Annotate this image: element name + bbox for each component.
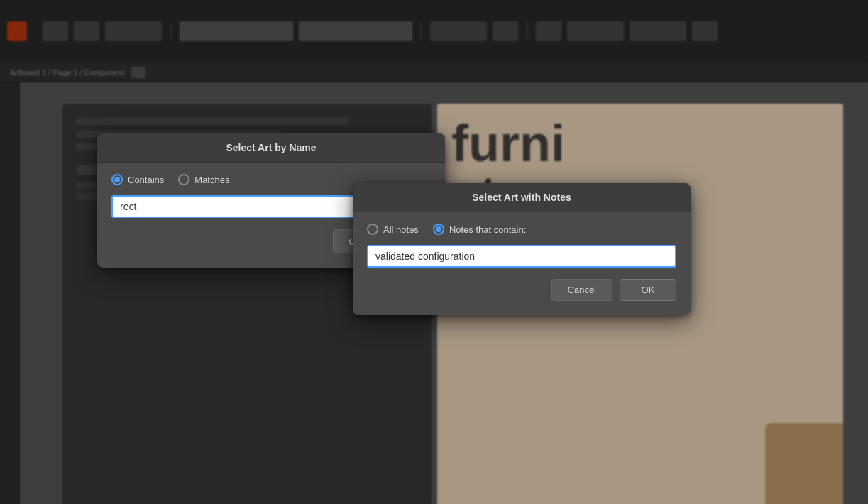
radio-notes-contain-circle[interactable] [433,224,444,235]
radio-matches-label[interactable]: Matches [178,174,229,185]
radio-matches-text: Matches [194,175,229,185]
radio-contains-circle[interactable] [111,174,123,185]
radio-notes-contain-text: Notes that contain: [449,224,526,235]
select-art-with-notes-dialog: Select Art with Notes All notes Notes th… [353,183,691,315]
radio-notes-contain-label[interactable]: Notes that contain: [433,224,526,235]
radio-contains-text: Contains [128,175,164,185]
notes-ok-button[interactable]: OK [620,279,676,301]
radio-group-notes: All notes Notes that contain: [367,224,676,235]
radio-all-notes-label[interactable]: All notes [367,224,419,235]
notes-cancel-button[interactable]: Cancel [551,279,612,301]
select-art-with-notes-title: Select Art with Notes [353,183,691,212]
select-art-with-notes-body: All notes Notes that contain: Cancel OK [353,212,691,315]
radio-all-notes-text: All notes [383,224,419,235]
select-art-by-name-title: Select Art by Name [97,133,445,163]
notes-contain-input[interactable] [367,245,676,268]
radio-contains-label[interactable]: Contains [111,174,164,185]
notes-dialog-button-row: Cancel OK [367,279,676,301]
radio-matches-circle[interactable] [178,174,189,185]
radio-all-notes-circle[interactable] [367,224,378,235]
